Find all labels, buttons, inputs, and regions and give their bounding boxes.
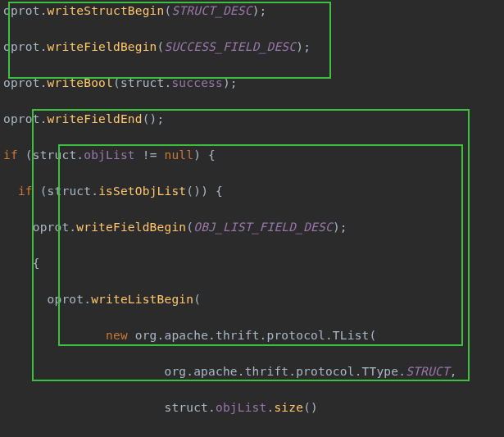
code-line: oprot.writeFieldEnd();	[3, 110, 504, 128]
code-line: oprot.writeFieldBegin(OBJ_LIST_FIELD_DES…	[3, 218, 504, 236]
code-line: oprot.writeFieldBegin(SUCCESS_FIELD_DESC…	[3, 38, 504, 56]
code-line: struct.objList.size()	[3, 398, 504, 417]
code-line: oprot.writeBool(struct.success);	[3, 74, 504, 92]
code-line: oprot.writeStructBegin(STRUCT_DESC);	[3, 2, 504, 20]
code-line: if (struct.objList != null) {	[3, 146, 504, 164]
code-line: if (struct.isSetObjList()) {	[3, 182, 504, 200]
code-line: oprot.writeListBegin(	[3, 290, 504, 308]
code-line: new org.apache.thrift.protocol.TList(	[3, 326, 504, 344]
code-line: org.apache.thrift.protocol.TType.STRUCT,	[3, 362, 504, 380]
highlight-box	[58, 144, 463, 346]
code-editor[interactable]: oprot.writeStructBegin(STRUCT_DESC); opr…	[0, 0, 504, 437]
code-line: {	[3, 254, 504, 272]
